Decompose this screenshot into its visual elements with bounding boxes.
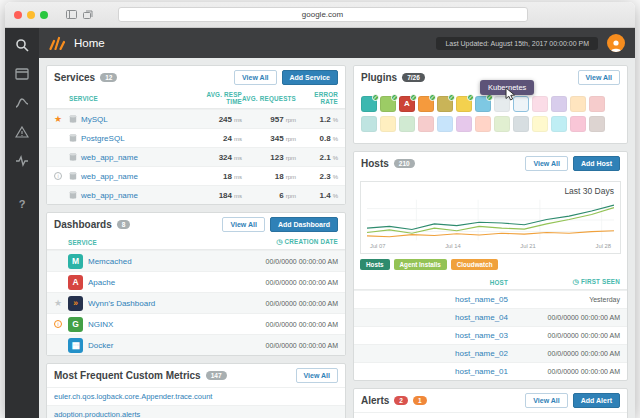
- plugin-icon[interactable]: [361, 116, 377, 132]
- plugin-icon[interactable]: ✓: [361, 96, 377, 112]
- hosts-view-all-button[interactable]: View All: [525, 156, 567, 171]
- column-header: ◷FIRST SEEN: [508, 278, 620, 286]
- table-row[interactable]: ▦ Docker 00/0/0000 00:00:00 AM: [47, 334, 345, 355]
- table-row[interactable]: web_app_name 324ms 123rpm 2.1%: [47, 147, 345, 166]
- plugin-icon[interactable]: [513, 116, 529, 132]
- plugin-icon[interactable]: [551, 96, 567, 112]
- add-dashboard-button[interactable]: Add Dashboard: [270, 217, 338, 232]
- plugin-icon[interactable]: [532, 96, 548, 112]
- user-avatar[interactable]: [607, 34, 625, 52]
- clock-icon: ◷: [573, 278, 579, 285]
- close-window-button[interactable]: [14, 11, 22, 19]
- wavefront-logo-icon[interactable]: [49, 36, 65, 50]
- first-seen: 00/0/0000 00:00:00 AM: [508, 332, 620, 339]
- minimize-window-button[interactable]: [27, 11, 35, 19]
- dashboards-icon[interactable]: [15, 66, 30, 81]
- services-count-badge: 12: [100, 73, 117, 82]
- dashboard-name: Apache: [88, 278, 228, 287]
- plugin-icon[interactable]: ✓: [418, 96, 434, 112]
- favorite-star-icon[interactable]: ★: [54, 299, 68, 308]
- legend-agent-installs[interactable]: Agent Installs: [394, 259, 447, 270]
- plugin-icon[interactable]: ✓: [380, 96, 396, 112]
- alerts-icon[interactable]: [15, 124, 30, 139]
- chart-x-axis: Jul 07Jul 14Jul 21Jul 28: [367, 242, 614, 251]
- help-icon[interactable]: ?: [19, 198, 26, 210]
- plugin-icon[interactable]: [456, 116, 472, 132]
- dashboard-name: Memcached: [88, 257, 228, 266]
- plugin-icon[interactable]: [570, 96, 586, 112]
- add-alert-button[interactable]: Add Alert: [573, 393, 620, 408]
- table-row[interactable]: host_name_04 00/0/0000 00:00:00 AM: [354, 308, 627, 326]
- services-table-header: SERVICE AVG. RESP TIME AVG. REQUESTS ERR…: [47, 89, 345, 109]
- creation-date: 00/0/0000 00:00:00 AM: [228, 342, 338, 349]
- x-tick-label: Jul 28: [596, 243, 611, 249]
- info-icon[interactable]: i: [54, 172, 62, 180]
- clock-icon: ◷: [276, 238, 282, 245]
- plugin-icon[interactable]: [589, 116, 605, 132]
- table-row[interactable]: i web_app_name 18ms 18rpm 2.3%: [47, 166, 345, 185]
- table-row[interactable]: PostgreSQL 24ms 345rpm 0.8%: [47, 128, 345, 147]
- chart-title: Last 30 Days: [367, 186, 614, 196]
- plugin-icon[interactable]: A✓: [399, 96, 415, 112]
- check-badge-icon: ✓: [429, 94, 436, 101]
- add-service-button[interactable]: Add Service: [282, 70, 338, 85]
- plugin-icon[interactable]: [551, 116, 567, 132]
- favorite-star-icon[interactable]: ★: [54, 115, 69, 124]
- plugin-icon[interactable]: [380, 116, 396, 132]
- plugin-icon[interactable]: [570, 116, 586, 132]
- service-name: web_app_name: [81, 153, 138, 162]
- table-row[interactable]: host_name_02 00/0/0000 00:00:00 AM: [354, 344, 627, 362]
- creation-date: 00/0/0000 00:00:00 AM: [228, 321, 338, 328]
- hosts-chart-area: Last 30 Days Jul 07Jul 14Jul 21Jul 28 Ho…: [354, 175, 627, 276]
- hosts-line-chart[interactable]: [367, 198, 614, 242]
- table-row[interactable]: ★ » Wynn's Dashboard 00/0/0000 00:00:00 …: [47, 292, 345, 313]
- plugin-icon[interactable]: [532, 116, 548, 132]
- list-item[interactable]: adoption.production.alerts: [47, 405, 345, 418]
- alerts-view-all-button[interactable]: View All: [525, 393, 567, 408]
- plugin-icon[interactable]: [494, 116, 510, 132]
- legend-hosts[interactable]: Hosts: [360, 259, 390, 270]
- first-seen: Yesterday: [508, 296, 620, 303]
- plugin-icon[interactable]: [437, 116, 453, 132]
- plugin-icon[interactable]: ✓: [456, 96, 472, 112]
- list-item[interactable]: euler.ch.qos.logback.core.Appender.trace…: [47, 387, 345, 405]
- add-host-button[interactable]: Add Host: [573, 156, 620, 171]
- dashboards-count-badge: 8: [117, 220, 131, 229]
- url-text: google.com: [302, 10, 343, 19]
- table-row[interactable]: host_name_05 Yesterday: [354, 290, 627, 308]
- info-icon[interactable]: i: [54, 320, 62, 328]
- sidebar-toggle-icon[interactable]: [66, 10, 77, 19]
- table-row[interactable]: ★ MySQL 245ms 957rpm 1.2%: [47, 109, 345, 128]
- alert-item[interactable]: ! collectd.invalid.measures.large A cust…: [354, 412, 627, 418]
- table-row[interactable]: host_name_01 00/0/0000 00:00:00 AM: [354, 362, 627, 380]
- plugins-view-all-button[interactable]: View All: [578, 70, 620, 85]
- services-view-all-button[interactable]: View All: [234, 70, 276, 85]
- table-row[interactable]: i G NGINX 00/0/0000 00:00:00 AM: [47, 313, 345, 334]
- column-header: ERROR RATE: [296, 91, 338, 105]
- plugin-icon[interactable]: [418, 116, 434, 132]
- x-tick-label: Jul 07: [370, 243, 385, 249]
- plugin-icon[interactable]: [399, 116, 415, 132]
- tabs-overview-icon[interactable]: [83, 10, 93, 19]
- check-badge-icon: ✓: [391, 94, 398, 101]
- plugin-icon[interactable]: [589, 96, 605, 112]
- column-header: HOST: [361, 279, 508, 286]
- metrics-view-all-button[interactable]: View All: [296, 368, 338, 383]
- table-row[interactable]: A Apache 00/0/0000 00:00:00 AM: [47, 271, 345, 292]
- plugin-icon[interactable]: ✓: [437, 96, 453, 112]
- dashboards-view-all-button[interactable]: View All: [222, 217, 264, 232]
- plugin-icon[interactable]: [475, 116, 491, 132]
- table-row[interactable]: host_name_03 00/0/0000 00:00:00 AM: [354, 326, 627, 344]
- check-badge-icon: ✓: [448, 94, 455, 101]
- table-row[interactable]: web_app_name 184ms 6rpm 1.4%: [47, 185, 345, 204]
- search-icon[interactable]: [15, 37, 30, 52]
- table-row[interactable]: M Memcached 00/0/0000 00:00:00 AM: [47, 250, 345, 271]
- plugin-icon[interactable]: ✓: [475, 96, 491, 112]
- legend-cloudwatch[interactable]: Cloudwatch: [451, 259, 499, 270]
- column-header: AVG. RESP TIME: [190, 91, 242, 105]
- charts-icon[interactable]: [15, 95, 30, 110]
- metrics-icon[interactable]: [15, 153, 30, 168]
- panel-title: Most Frequent Custom Metrics: [54, 370, 201, 381]
- maximize-window-button[interactable]: [40, 11, 48, 19]
- address-bar[interactable]: google.com: [118, 7, 528, 22]
